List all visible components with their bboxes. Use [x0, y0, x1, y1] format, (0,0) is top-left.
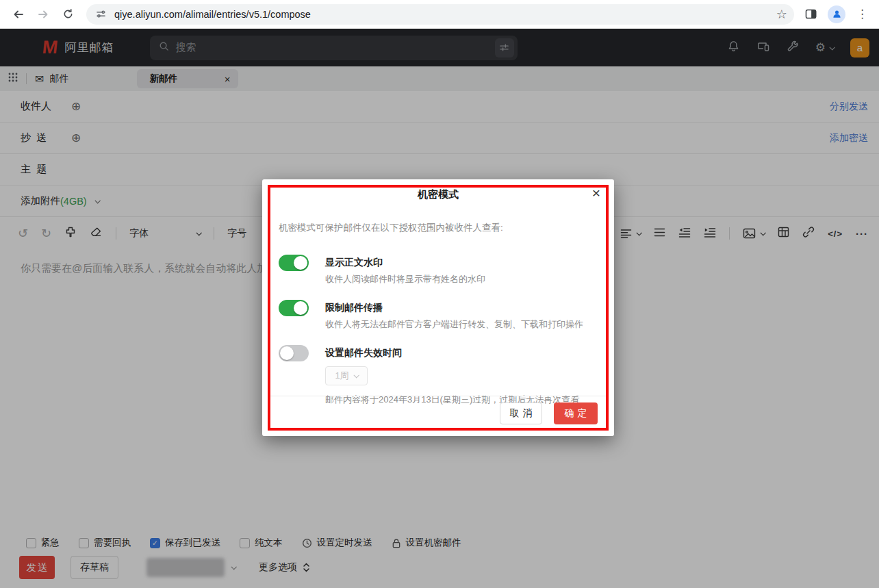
- side-panel-icon[interactable]: [805, 9, 817, 19]
- dialog-footer: 取消 确定: [268, 396, 609, 431]
- dialog-title: 机密模式: [262, 188, 614, 201]
- toggle-label: 设置邮件失效时间: [325, 345, 579, 360]
- toggle-label: 显示正文水印: [325, 255, 485, 270]
- browser-profile-avatar[interactable]: [828, 5, 845, 23]
- site-settings-icon[interactable]: [96, 9, 106, 19]
- toggle-text: 显示正文水印 收件人阅读邮件时将显示带有姓名的水印: [325, 255, 485, 285]
- toggle-text: 限制邮件传播 收件人将无法在邮件官方客户端进行转发、复制、下载和打印操作: [325, 300, 583, 331]
- restrict-toggle[interactable]: [279, 300, 309, 316]
- cancel-button[interactable]: 取消: [500, 402, 542, 424]
- browser-menu-icon[interactable]: ⋮: [856, 7, 868, 21]
- toggle-list: 显示正文水印 收件人阅读邮件时将显示带有姓名的水印 限制邮件传播 收件人将无法在…: [279, 255, 598, 406]
- confirm-button[interactable]: 确定: [554, 402, 598, 424]
- mail-app-page: M 阿里邮箱 搜索 ⚙ a: [0, 29, 879, 588]
- refresh-icon[interactable]: [58, 4, 78, 25]
- expiry-toggle[interactable]: [279, 345, 309, 361]
- toggle-row-restrict: 限制邮件传播 收件人将无法在邮件官方客户端进行转发、复制、下载和打印操作: [279, 300, 598, 331]
- bookmark-star-icon[interactable]: ☆: [776, 7, 787, 22]
- toggle-label: 限制邮件传播: [325, 300, 583, 315]
- toggle-row-watermark: 显示正文水印 收件人阅读邮件时将显示带有姓名的水印: [279, 255, 598, 285]
- expiry-duration-select[interactable]: 1周: [325, 366, 368, 385]
- watermark-toggle[interactable]: [279, 255, 309, 271]
- forward-icon[interactable]: [33, 4, 53, 25]
- toggle-desc: 收件人阅读邮件时将显示带有姓名的水印: [325, 273, 485, 285]
- close-icon[interactable]: ×: [592, 186, 600, 200]
- confidential-mode-dialog: 机密模式 × 机密模式可保护邮件仅在以下授权范围内被收件人查看: 显示正文水印 …: [262, 179, 614, 436]
- toggle-desc: 收件人将无法在邮件官方客户端进行转发、复制、下载和打印操作: [325, 318, 583, 331]
- browser-chrome: qiye.aliyun.com/alimail/entries/v5.1/com…: [0, 0, 879, 29]
- chevron-down-icon: [353, 372, 359, 378]
- url-text[interactable]: qiye.aliyun.com/alimail/entries/v5.1/com…: [114, 9, 311, 20]
- address-bar[interactable]: qiye.aliyun.com/alimail/entries/v5.1/com…: [86, 4, 794, 25]
- expiry-duration-value: 1周: [335, 370, 348, 382]
- dialog-content: 机密模式 × 机密模式可保护邮件仅在以下授权范围内被收件人查看: 显示正文水印 …: [262, 179, 614, 436]
- dialog-description: 机密模式可保护邮件仅在以下授权范围内被收件人查看:: [279, 222, 598, 234]
- back-icon[interactable]: [8, 4, 29, 25]
- chrome-controls: ⋮: [805, 5, 871, 23]
